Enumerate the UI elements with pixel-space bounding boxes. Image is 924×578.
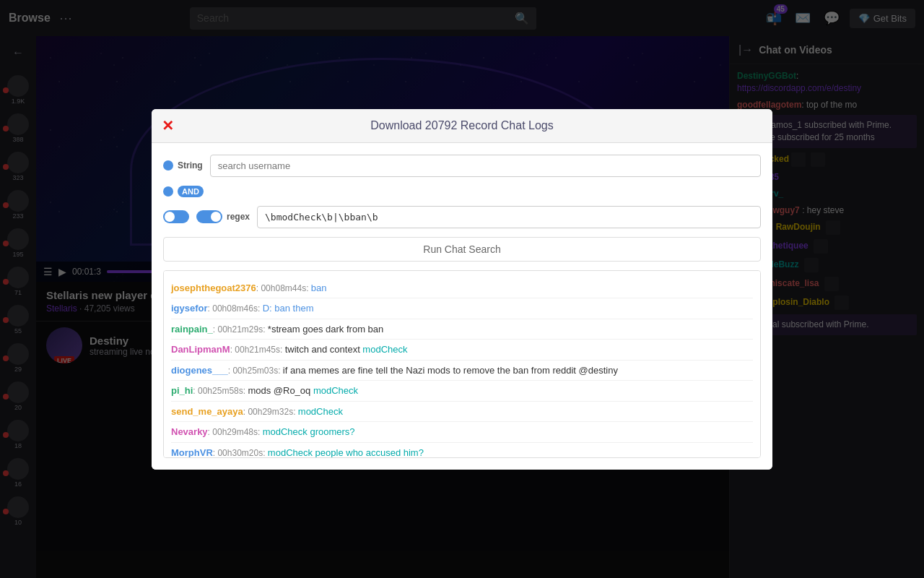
- and-toggle-group: AND: [163, 186, 204, 197]
- result-time: : 00h21m29s:: [213, 324, 268, 335]
- modal-close-button[interactable]: ✕: [162, 117, 174, 134]
- result-row: Nevarky: 00h29m48s: modCheck groomers?: [171, 422, 753, 443]
- result-text: ban: [311, 282, 327, 293]
- result-username[interactable]: rainpain_: [171, 324, 213, 335]
- result-mod-text: modCheck people who accused him?: [268, 447, 424, 458]
- toggle-thumb-off: [165, 212, 175, 222]
- result-text: twitch and context: [285, 344, 363, 355]
- result-time: : 00h25m58s:: [193, 386, 248, 396]
- regex-label: regex: [227, 212, 250, 222]
- result-row: pi_hi: 00h25m58s: mods @Ro_oq modCheck: [171, 381, 753, 402]
- result-time: : 00h21m45s:: [230, 345, 285, 355]
- result-row: rainpain_: 00h21m29s: *stream goes dark …: [171, 319, 753, 340]
- result-row: send_me_ayaya: 00h29m32s: modCheck: [171, 402, 753, 423]
- result-time: : 00h30m20s:: [213, 448, 268, 458]
- result-row: josephthegoat2376: 00h08m44s: ban: [171, 278, 753, 299]
- result-mod-text: modCheck groomers?: [263, 426, 355, 437]
- toggle-thumb-on: [211, 212, 221, 222]
- regex-filter-row: regex: [163, 206, 761, 228]
- result-text: D: ban them: [263, 303, 314, 314]
- modal-overlay[interactable]: ✕ Download 20792 Record Chat Logs String…: [0, 0, 924, 578]
- result-time: : 00h25m03s:: [228, 366, 283, 376]
- result-mod-text: modCheck: [313, 385, 358, 396]
- results-area: josephthegoat2376: 00h08m44s: ban igysef…: [163, 270, 761, 458]
- result-username[interactable]: DanLipmanM: [171, 344, 230, 355]
- and-label: AND: [178, 186, 204, 197]
- string-toggle-dot: [163, 160, 173, 171]
- result-mod-text: modCheck: [362, 344, 407, 355]
- run-search-button[interactable]: Run Chat Search: [163, 237, 761, 262]
- result-row: DanLipmanM: 00h21m45s: twitch and contex…: [171, 340, 753, 361]
- result-text: if ana memes are fine tell the Nazi mods…: [283, 365, 618, 376]
- string-toggle-group: String: [163, 160, 203, 171]
- result-username[interactable]: diogenes___: [171, 365, 228, 376]
- modal-header: ✕ Download 20792 Record Chat Logs: [152, 109, 772, 143]
- regex-toggle[interactable]: [163, 210, 189, 223]
- result-text: *stream goes dark from ban: [268, 324, 383, 335]
- result-username[interactable]: Nevarky: [171, 426, 208, 437]
- result-username[interactable]: MorphVR: [171, 447, 213, 458]
- modal-dialog: ✕ Download 20792 Record Chat Logs String…: [152, 109, 772, 470]
- regex-toggle-group: regex: [163, 210, 250, 223]
- result-username[interactable]: igysefor: [171, 303, 208, 314]
- result-time: : 00h29m32s:: [243, 407, 298, 417]
- string-label: String: [178, 160, 203, 171]
- regex-input[interactable]: [257, 206, 761, 228]
- result-time: : 00h29m48s:: [208, 427, 263, 437]
- regex-toggle-on[interactable]: [196, 210, 222, 223]
- result-text: mods @Ro_oq: [248, 385, 313, 396]
- username-search-input[interactable]: [210, 155, 761, 177]
- result-username[interactable]: send_me_ayaya: [171, 406, 243, 417]
- string-filter-row: String: [163, 155, 761, 177]
- result-username[interactable]: pi_hi: [171, 385, 193, 396]
- result-username[interactable]: josephthegoat2376: [171, 282, 256, 293]
- result-row: MorphVR: 00h30m20s: modCheck people who …: [171, 443, 753, 458]
- and-toggle-dot: [163, 186, 173, 197]
- and-row: AND: [163, 186, 761, 197]
- modal-body: String AND: [152, 143, 772, 470]
- result-mod-text: modCheck: [298, 406, 343, 417]
- result-time: : 00h08m44s:: [256, 283, 311, 293]
- modal-title: Download 20792 Record Chat Logs: [370, 119, 554, 132]
- result-time: : 00h08m46s:: [208, 303, 263, 314]
- result-row: igysefor: 00h08m46s: D: ban them: [171, 298, 753, 319]
- result-row: diogenes___: 00h25m03s: if ana memes are…: [171, 361, 753, 381]
